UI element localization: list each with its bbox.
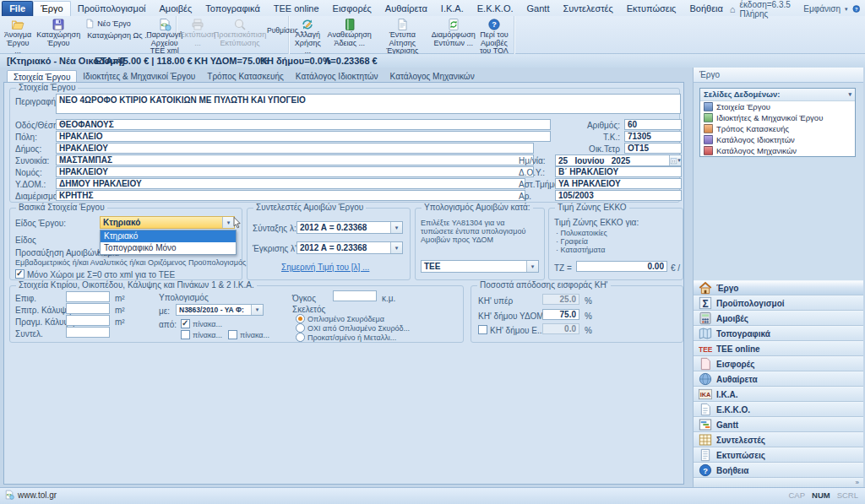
nav-item-gantt[interactable]: Gantt — [694, 417, 863, 432]
website-link[interactable]: www.tol.gr — [18, 490, 57, 500]
table3-checkbox[interactable] — [228, 330, 237, 339]
municipality-field[interactable] — [56, 143, 534, 154]
nav-item-tee-online[interactable]: ΤΕΕΤΕΕ online — [694, 341, 863, 356]
nav-item-amoives[interactable]: Αμοιβές — [694, 311, 863, 326]
about-button[interactable]: ? Περί του Αμοιβές του ΤΟΛ ... — [476, 17, 512, 46]
ydom-field[interactable] — [56, 178, 525, 189]
chevron-down-icon[interactable]: ▾ — [845, 7, 848, 12]
ar-field[interactable] — [555, 190, 682, 201]
actual-coverage-field[interactable] — [66, 315, 110, 326]
description-field[interactable] — [56, 94, 681, 114]
page-color-icon — [704, 124, 713, 133]
ribbon-tab-synteleste[interactable]: Συντελεστές — [556, 2, 619, 16]
radio-prefab-metal[interactable] — [296, 333, 305, 342]
radio-reinforced-concrete[interactable] — [296, 314, 305, 323]
chevron-down-icon[interactable]: ▾ — [848, 89, 851, 100]
nav-item-ika[interactable]: ΙΚΑΙ.Κ.Α. — [694, 387, 863, 402]
lambda-today-link[interactable]: Σημερινή Τιμή του [λ] ... — [281, 263, 369, 272]
kh-dimou-checkbox[interactable] — [478, 325, 487, 334]
calc-method-combo[interactable]: ΤΕΕ ▾ — [421, 260, 539, 273]
nav-item-proypologismoi[interactable]: ΣΠροϋπολογισμοί — [694, 295, 863, 311]
city-field[interactable] — [56, 131, 551, 142]
open-project-button[interactable]: Άνοιγμα Έργου ... — [2, 17, 34, 46]
date-picker[interactable]: 25 Ιουνίου 2025 ▾ — [555, 154, 682, 166]
save-project-button[interactable]: Καταχώρηση Έργου — [34, 17, 83, 46]
volume-field[interactable] — [333, 290, 377, 301]
dropdown-option-ktiriako[interactable]: Κτηριακό — [101, 230, 236, 242]
ribbon-tab-ergo[interactable]: Έργο — [33, 1, 71, 16]
ribbon-tab-afthaireta[interactable]: Αυθαίρετα — [378, 2, 434, 16]
nav-item-ergo[interactable]: Έργο — [694, 280, 863, 295]
ribbon-tab-ekko[interactable]: Ε.Κ.Κ.Ο. — [471, 2, 520, 16]
ribbon-tab-tee-online[interactable]: ΤΕΕ online — [267, 2, 326, 16]
police-station-field[interactable] — [555, 178, 682, 189]
ribbon-tab-voitheia[interactable]: Βοήθεια — [683, 2, 729, 16]
tab-katalogos-mixanikon[interactable]: Κατάλογος Μηχανικών — [384, 70, 481, 83]
nav-item-syntelestes[interactable]: Συντελεστές — [694, 432, 863, 447]
nav-item-eisfores[interactable]: Εισφορές — [694, 356, 863, 371]
nav-item-ektyposeis[interactable]: Εκτυπώσεις — [694, 447, 863, 463]
nav-item-afthaireta[interactable]: Αυθαίρετα — [694, 371, 863, 387]
change-use-button[interactable]: Αλλαγή Χρήσης ... — [291, 17, 325, 46]
nav-item-topografika[interactable]: Τοπογραφικά — [694, 326, 863, 341]
save-as-button[interactable]: Καταχώρηση Ως ... — [83, 30, 144, 41]
page-item-idioktites[interactable]: Ιδιοκτήτες & Μηχανικοί Έργου — [700, 112, 855, 123]
project-kind-combo[interactable]: Κτηριακό ▾ — [100, 216, 235, 229]
tab-stoixeia-ergou[interactable]: Στοιχεία Έργου — [7, 70, 77, 83]
tab-katalogos-idioktiton[interactable]: Κατάλογος Ιδιοκτητών — [290, 70, 384, 83]
syntaxis-lambda-combo[interactable]: 2012 Α = 0.23368 ▾ — [296, 221, 403, 234]
region-field[interactable] — [56, 190, 525, 201]
number-field[interactable] — [624, 119, 682, 130]
file-menu-button[interactable]: File — [2, 1, 33, 16]
district-field[interactable] — [56, 154, 534, 165]
page-item-stoixeia-ergou[interactable]: Στοιχεία Έργου — [700, 101, 855, 112]
kh-ydom-field[interactable] — [542, 309, 579, 320]
dropdown-button[interactable]: ▾ — [390, 242, 402, 253]
help-icon[interactable]: ? — [852, 3, 861, 14]
change-use-icon — [301, 18, 314, 31]
nav-item-voitheia[interactable]: ?Βοήθεια — [694, 463, 863, 478]
surface-field[interactable] — [66, 291, 110, 302]
calendar-dropdown-button[interactable]: ▾ — [669, 155, 681, 165]
xml-spaces-checkbox[interactable] — [15, 269, 24, 279]
block-field[interactable] — [624, 143, 682, 154]
street-field[interactable] — [56, 119, 551, 130]
doy-field[interactable] — [555, 166, 682, 177]
egrisis-lambda-combo[interactable]: 2012 Α = 0.23368 ▾ — [296, 241, 403, 254]
tab-idioktites-mixanikoi[interactable]: Ιδιοκτήτες & Μηχανικοί Έργου — [77, 70, 201, 83]
tab-tropos-kataskevis[interactable]: Τρόπος Κατασκευής — [201, 70, 290, 83]
display-menu[interactable]: Εμφάνιση — [803, 4, 841, 14]
chevron-more-icon[interactable]: » — [856, 479, 859, 486]
postal-code-field[interactable] — [624, 131, 682, 142]
dropdown-option-topografiko[interactable]: Τοπογραφικό Μόνο — [101, 242, 236, 254]
table2-checkbox[interactable] — [181, 330, 190, 339]
coefficient-field[interactable] — [66, 327, 110, 338]
table1-checkbox[interactable] — [181, 319, 190, 328]
nav-item-ekko[interactable]: Ε.Κ.Κ.Ο. — [694, 402, 863, 417]
ribbon-tab-amoives[interactable]: Αμοιβές — [153, 2, 199, 16]
page-item-katalogos-mixanikon[interactable]: Κατάλογος Μηχανικών — [700, 145, 855, 156]
dropdown-button[interactable]: ▾ — [390, 222, 402, 233]
page-item-katalogos-idioktiton[interactable]: Κατάλογος Ιδιοκτητών — [700, 134, 855, 145]
ribbon-tab-gantt[interactable]: Gantt — [520, 2, 557, 16]
ribbon-tab-ektyposeis[interactable]: Εκτυπώσεις — [620, 2, 683, 16]
syntaxis-lambda-label: Σύνταξης λ: — [253, 224, 296, 233]
ribbon-tab-topografika[interactable]: Τοπογραφικά — [199, 2, 266, 16]
radio-not-reinforced[interactable] — [296, 323, 305, 333]
tz-field[interactable] — [576, 261, 667, 272]
calc-with-combo[interactable]: Ν3863/2010 - ΥΑ Φ: ▾ — [176, 304, 264, 316]
ribbon-tab-proypologismoi[interactable]: Προϋπολογισμοί — [71, 2, 153, 16]
new-project-button[interactable]: Νέο Έργο — [83, 19, 144, 29]
allowed-coverage-field[interactable] — [66, 303, 110, 314]
dropdown-button[interactable]: ▾ — [251, 305, 263, 315]
kh-dimou-pct: % — [585, 326, 592, 335]
format-forms-button[interactable]: Διαμόρφωση Εντύπων ... — [431, 17, 476, 46]
page-item-tropos[interactable]: Τρόπος Κατασκευής — [700, 123, 855, 134]
data-pages-header[interactable]: Σελίδες Δεδομένων: ▾ — [700, 89, 855, 101]
prefecture-field[interactable] — [56, 166, 534, 177]
dropdown-button[interactable]: ▾ — [526, 261, 538, 272]
license-revision-button[interactable]: Αναθεώρηση Άδειας ... — [325, 17, 374, 46]
building-permit-forms-button[interactable]: Έντυπα Αίτησης Έγκρισης Δόμησης ... ▾ — [374, 17, 431, 46]
ribbon-tab-ika[interactable]: Ι.Κ.Α. — [434, 2, 471, 16]
ribbon-tab-eisfores[interactable]: Εισφορές — [326, 2, 378, 16]
